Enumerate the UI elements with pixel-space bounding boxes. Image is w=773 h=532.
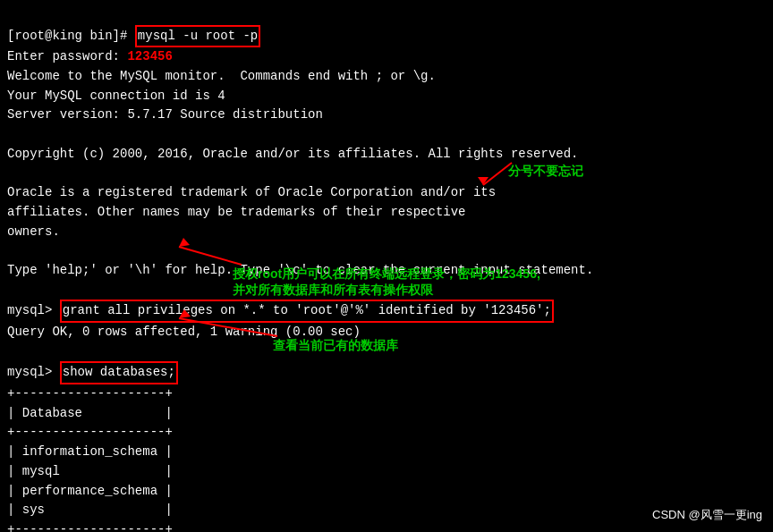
copyright-line: Copyright (c) 2000, 2016, Oracle and/or … [7, 147, 579, 161]
help-line: Type 'help;' or '\h' for help. Type '\c'… [7, 263, 593, 277]
query-ok: Query OK, 0 rows affected, 1 warning (0.… [7, 325, 361, 339]
oracle-trademark-1: Oracle is a registered trademark of Orac… [7, 185, 496, 199]
db-mysql: | mysql | [7, 464, 173, 478]
prompt-3: mysql> [7, 365, 60, 379]
prompt-1: [root@king bin]# [7, 29, 135, 43]
table-header: | Database | [7, 406, 173, 420]
oracle-trademark-2: affiliates. Other names may be trademark… [7, 205, 465, 219]
terminal-output: [root@king bin]# mysql -u root -p Enter … [0, 0, 773, 532]
table-border-top: +--------------------+ [7, 386, 173, 401]
welcome-line: Welcome to the MySQL monitor. Commands e… [7, 69, 436, 83]
table-border-bot: +--------------------+ [7, 522, 173, 532]
show-command: show databases; [60, 361, 178, 384]
grant-command: grant all privileges on *.* to 'root'@'%… [60, 300, 554, 323]
password-value: 123456 [127, 49, 172, 63]
oracle-trademark-3: owners. [7, 224, 60, 239]
table-border-mid: +--------------------+ [7, 425, 173, 439]
db-sys: | sys | [7, 502, 173, 517]
server-version: Server version: 5.7.17 Source distributi… [7, 107, 323, 122]
db-info-schema: | information_schema | [7, 444, 173, 459]
prompt-2: mysql> [7, 303, 60, 317]
connection-id: Your MySQL connection id is 4 [7, 89, 225, 103]
db-perf-schema: | performance_schema | [7, 484, 173, 498]
command-mysql: mysql -u root -p [135, 25, 260, 48]
enter-password-label: Enter password: [7, 49, 127, 63]
csdn-watermark: CSDN @风雪一更ing [652, 507, 762, 523]
